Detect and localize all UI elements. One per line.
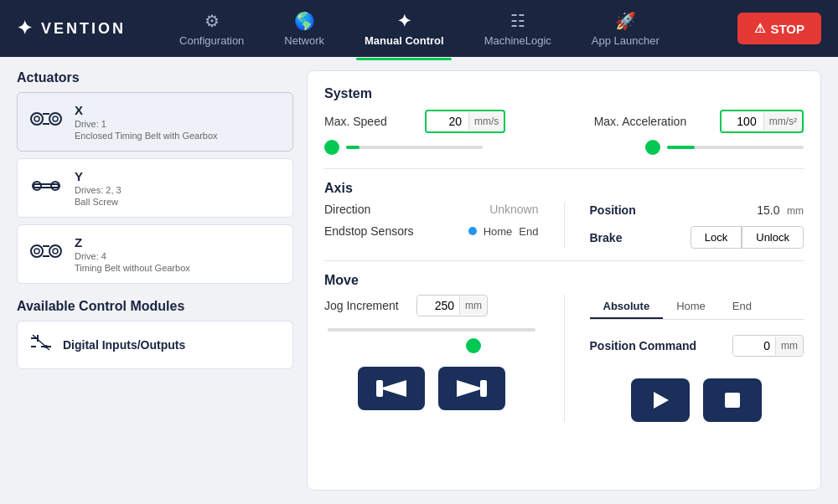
svg-marker-21 [380, 380, 406, 397]
system-title: System [324, 86, 804, 101]
speed-slider-thumb[interactable] [324, 140, 339, 155]
actuator-z[interactable]: Z Drive: 4 Timing Belt without Gearbox [17, 224, 293, 284]
direction-label: Direction [324, 203, 408, 216]
run-buttons [590, 378, 804, 422]
max-accel-input[interactable] [722, 111, 763, 131]
position-field: Position 15.0 mm [590, 203, 804, 218]
jog-row: Jog Increment mm [324, 295, 539, 316]
svg-rect-26 [725, 393, 740, 408]
speed-slider-track[interactable] [346, 146, 483, 149]
actuator-z-icon [29, 239, 63, 269]
svg-point-0 [31, 113, 43, 125]
jog-slider-dot [466, 338, 481, 353]
tab-absolute[interactable]: Absolute [590, 295, 664, 319]
max-speed-label: Max. Speed [324, 115, 408, 128]
tab-end[interactable]: End [719, 295, 765, 319]
max-speed-input-wrap: mm/s [425, 110, 505, 133]
brake-lock-button[interactable]: Lock [691, 226, 742, 249]
tab-home[interactable]: Home [663, 295, 719, 319]
svg-rect-6 [34, 184, 59, 188]
actuators-title: Actuators [17, 70, 293, 85]
max-accel-unit: mm/s² [763, 112, 802, 131]
brake-buttons: Lock Unlock [691, 226, 804, 249]
nav-label-manual-control: Manual Control [365, 34, 444, 47]
position-cmd-input[interactable] [733, 336, 775, 356]
accel-slider-thumb[interactable] [645, 140, 660, 155]
jog-input[interactable] [417, 296, 459, 316]
jog-left-button[interactable] [358, 367, 425, 410]
nav-label-configuration: Configuration [179, 34, 244, 47]
logo-text: VENTION [41, 20, 126, 38]
nav-item-manual-control[interactable]: ✦ Manual Control [344, 4, 464, 54]
brake-label: Brake [590, 231, 674, 244]
direction-field: Direction Unknown [324, 203, 539, 216]
control-modules-title: Available Control Modules [17, 299, 293, 314]
header: ✦ VENTION ⚙ Configuration 🌎 Network ✦ Ma… [0, 0, 838, 57]
actuator-x-icon [29, 107, 63, 136]
right-panel: System Max. Speed mm/s Max. Acceleration… [307, 70, 821, 491]
position-label: Position [590, 203, 674, 217]
system-section: System Max. Speed mm/s Max. Acceleration… [324, 86, 804, 169]
actuator-x-detail1: Drive: 1 [75, 119, 218, 129]
stop-label: STOP [770, 22, 804, 36]
svg-point-12 [53, 249, 58, 254]
axis-title: Axis [324, 181, 804, 196]
nav-item-configuration[interactable]: ⚙ Configuration [159, 4, 264, 54]
configuration-icon: ⚙ [204, 11, 220, 31]
max-speed-input[interactable] [427, 111, 468, 131]
jog-right-button[interactable] [438, 367, 505, 410]
actuator-y-detail2: Ball Screw [75, 197, 122, 207]
actuator-x-detail2: Enclosed Timing Belt with Gearbox [75, 131, 218, 141]
digital-io-module[interactable]: Digital Inputs/Outputs [17, 321, 293, 369]
accel-slider-track[interactable] [667, 146, 804, 149]
svg-point-1 [34, 116, 39, 121]
svg-marker-23 [457, 380, 484, 397]
max-speed-unit: mm/s [468, 112, 504, 131]
nav-label-machinelogic: MachineLogic [484, 34, 551, 47]
main-content: Actuators X [0, 57, 838, 504]
nav-item-network[interactable]: 🌎 Network [264, 4, 344, 54]
actuators-list: X Drive: 1 Enclosed Timing Belt with Gea… [17, 92, 293, 284]
svg-point-10 [34, 249, 39, 254]
max-accel-input-wrap: mm/s² [720, 110, 804, 133]
svg-point-9 [31, 245, 43, 257]
brake-field: Brake Lock Unlock [590, 226, 804, 249]
actuator-z-info: Z Drive: 4 Timing Belt without Gearbox [75, 235, 190, 273]
run-play-button[interactable] [631, 378, 690, 422]
brake-unlock-button[interactable]: Unlock [742, 226, 804, 249]
endstop-dot [468, 227, 477, 235]
nav-item-app-launcher[interactable]: 🚀 App Launcher [572, 4, 680, 54]
actuator-y-detail1: Drives: 2, 3 [75, 185, 122, 195]
svg-rect-24 [480, 380, 487, 397]
run-stop-button[interactable] [703, 378, 762, 422]
svg-point-2 [49, 113, 61, 125]
app-launcher-icon: 🚀 [615, 11, 636, 31]
svg-marker-25 [654, 392, 669, 409]
endstop-end: End [519, 225, 538, 238]
actuator-z-name: Z [75, 235, 190, 249]
nav-item-machinelogic[interactable]: ☷ MachineLogic [464, 4, 572, 54]
position-cmd-unit: mm [775, 337, 803, 355]
stop-button[interactable]: ⚠ STOP [737, 13, 821, 44]
endstop-home: Home [484, 225, 513, 238]
endstop-field: Endstop Sensors Home End [324, 224, 539, 238]
actuator-x[interactable]: X Drive: 1 Enclosed Timing Belt with Gea… [17, 92, 293, 152]
position-cmd-label: Position Command [590, 339, 697, 352]
actuator-y[interactable]: Y Drives: 2, 3 Ball Screw [17, 158, 293, 218]
move-title: Move [324, 273, 804, 288]
position-cmd-row: Position Command mm [590, 335, 804, 357]
jog-input-wrap: mm [416, 295, 488, 316]
move-tabs: Absolute Home End [590, 295, 804, 320]
control-modules-section: Available Control Modules Digital Inputs… [17, 299, 293, 369]
position-value-display: 15.0 mm [757, 203, 804, 218]
actuators-section: Actuators X [17, 70, 293, 284]
position-cmd-wrap: mm [732, 335, 804, 357]
manual-control-icon: ✦ [397, 11, 411, 31]
jog-label: Jog Increment [324, 299, 408, 312]
actuator-y-name: Y [75, 169, 122, 183]
actuator-x-name: X [75, 103, 218, 117]
nav: ⚙ Configuration 🌎 Network ✦ Manual Contr… [159, 4, 737, 54]
direction-value: Unknown [489, 203, 538, 216]
jog-unit: mm [459, 296, 487, 315]
left-panel: Actuators X [17, 70, 293, 491]
